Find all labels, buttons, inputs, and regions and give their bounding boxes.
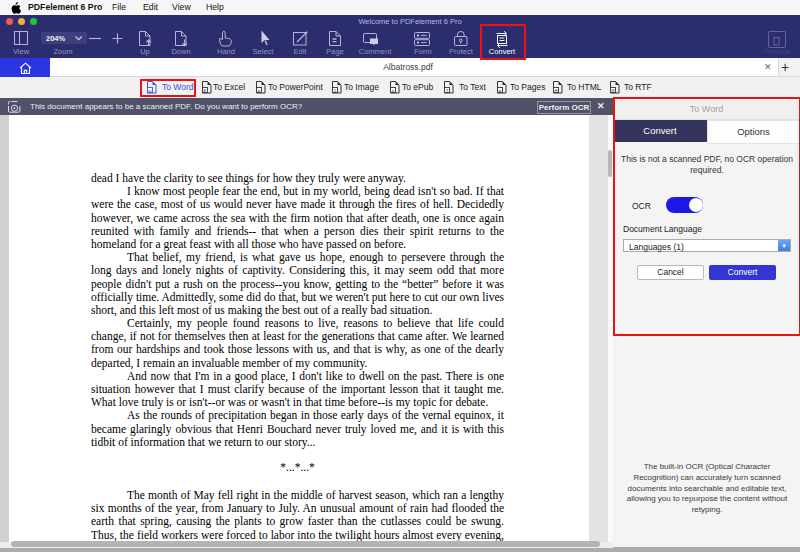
svg-text:H: H: [554, 88, 557, 93]
svg-text:T: T: [446, 88, 449, 93]
svg-text:R: R: [611, 88, 614, 93]
svg-text:E: E: [204, 88, 207, 93]
